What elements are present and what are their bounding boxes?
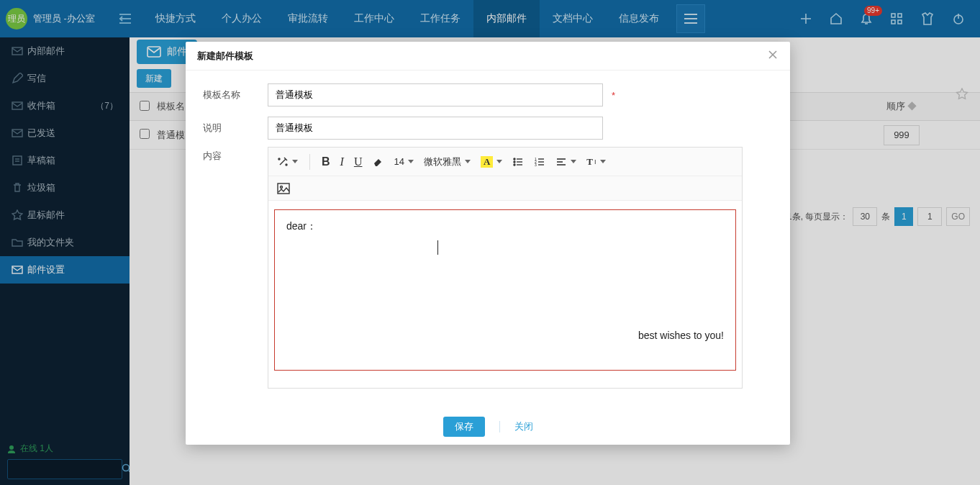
modal-title: 新建邮件模板	[197, 50, 253, 63]
input-description[interactable]	[268, 117, 603, 140]
svg-point-25	[286, 164, 287, 166]
eraser-icon[interactable]	[372, 156, 384, 168]
input-template-name[interactable]	[268, 83, 603, 106]
svg-point-26	[514, 158, 515, 160]
label-template-name: 模板名称	[203, 89, 268, 101]
svg-point-42	[281, 186, 283, 188]
close-icon[interactable]	[767, 49, 779, 63]
modal-new-template: 新建邮件模板 模板名称 * 说明 内容 B I	[186, 42, 790, 445]
save-button[interactable]: 保存	[443, 417, 485, 437]
image-icon[interactable]	[277, 183, 290, 194]
editor-toolbar-2	[268, 176, 742, 201]
modal-footer: 保存 关闭	[186, 409, 790, 445]
font-size-select[interactable]: 14	[394, 156, 413, 167]
modal-header: 新建邮件模板	[186, 42, 790, 71]
required-mark: *	[612, 90, 615, 101]
rich-editor: B I U 14 微软雅黑 A 123 TI dear	[268, 147, 743, 389]
editor-content[interactable]: dear： best wishes to you!	[268, 209, 742, 388]
font-color-icon[interactable]: A	[481, 156, 502, 168]
text-cursor	[437, 240, 438, 255]
editor-toolbar: B I U 14 微软雅黑 A 123 TI	[268, 148, 742, 176]
underline-icon[interactable]: U	[354, 155, 363, 168]
svg-point-30	[514, 164, 515, 166]
italic-icon[interactable]: I	[340, 155, 344, 168]
content-signoff: best wishes to you!	[638, 330, 724, 341]
ol-icon[interactable]: 123	[534, 156, 545, 168]
divider	[499, 421, 500, 432]
svg-point-28	[514, 161, 515, 163]
text-style-icon[interactable]: TI	[586, 156, 605, 168]
font-family-select[interactable]: 微软雅黑	[424, 155, 471, 168]
svg-point-24	[278, 158, 280, 160]
magic-tool-icon[interactable]	[277, 156, 298, 168]
ul-icon[interactable]	[512, 156, 524, 168]
label-content: 内容	[203, 150, 268, 163]
modal-overlay[interactable]: 新建邮件模板 模板名称 * 说明 内容 B I	[0, 0, 980, 485]
bold-icon[interactable]: B	[322, 155, 330, 168]
svg-text:3: 3	[535, 163, 537, 167]
modal-body: 模板名称 * 说明 内容 B I U 14 微软	[186, 71, 790, 409]
label-description: 说明	[203, 122, 268, 135]
align-icon[interactable]	[555, 156, 576, 168]
content-line-1: dear：	[286, 220, 724, 233]
close-button[interactable]: 关闭	[514, 420, 533, 433]
